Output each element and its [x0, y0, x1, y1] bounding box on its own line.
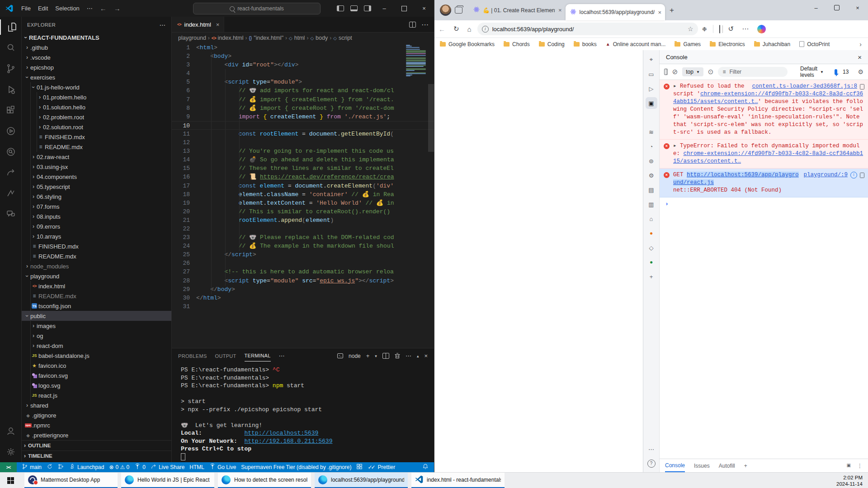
- browser-tab-2[interactable]: localhost:5639/app/playground/×: [566, 4, 665, 20]
- tree-root[interactable]: › REACT-FUNDAMENTALS: [22, 33, 171, 42]
- remote-indicator[interactable]: ><: [0, 462, 17, 472]
- panel-tab-output[interactable]: OUTPUT: [215, 351, 236, 361]
- supermaven-icon[interactable]: [0, 183, 22, 204]
- help-icon[interactable]: ?: [646, 458, 657, 469]
- copilot-icon[interactable]: [757, 25, 766, 33]
- tree-item-02.solution.root[interactable]: ›02.solution.root: [22, 122, 171, 132]
- source-link[interactable]: playground/:9: [803, 171, 848, 179]
- tree-item-finished.mdx[interactable]: ≡FINISHED.mdx: [22, 241, 171, 251]
- clear-console-icon[interactable]: ⊘: [672, 68, 678, 76]
- tree-item-09.errors[interactable]: ›09.errors: [22, 221, 171, 231]
- tree-item-favicon.ico[interactable]: ★favicon.ico: [22, 361, 171, 371]
- maximize-button[interactable]: [394, 0, 414, 17]
- layers-icon[interactable]: ▥: [646, 198, 657, 210]
- console-filter-input[interactable]: ≡ Filter: [718, 67, 788, 77]
- testing-icon[interactable]: [0, 121, 22, 141]
- site-info-icon[interactable]: i: [482, 26, 489, 33]
- welcome-icon[interactable]: ▷: [646, 83, 657, 94]
- live-expression-icon[interactable]: ⊙: [708, 68, 714, 76]
- status-grid[interactable]: [356, 463, 363, 471]
- bookmark-games[interactable]: Games: [675, 41, 701, 47]
- tree-item-06.styling[interactable]: ›06.styling: [22, 192, 171, 202]
- explorer-icon[interactable]: [0, 17, 22, 38]
- status-sync[interactable]: [47, 463, 53, 471]
- toolbar-more-icon[interactable]: ⋯: [742, 25, 749, 33]
- tree-item-readme.mdx[interactable]: ≡README.mdx: [22, 142, 171, 152]
- panel-views-more-icon[interactable]: ⋯: [406, 352, 411, 359]
- settings-icon[interactable]: ⚙: [646, 169, 657, 181]
- source-control-icon[interactable]: [0, 58, 22, 79]
- toggle-secondary-sidebar-icon[interactable]: [364, 5, 371, 11]
- account-icon[interactable]: [0, 421, 22, 441]
- tab-close-icon[interactable]: ×: [658, 9, 661, 16]
- console-settings-icon[interactable]: ⚙: [858, 68, 863, 75]
- tree-item-shared[interactable]: ›shared: [22, 400, 171, 410]
- tree-item-tsconfig.json[interactable]: TStsconfig.json: [22, 301, 171, 311]
- context-selector[interactable]: top ▼: [682, 67, 703, 76]
- page-viewport[interactable]: [434, 50, 643, 472]
- drawer-tab-issues[interactable]: Issues: [694, 460, 710, 472]
- home-icon[interactable]: ⌂: [467, 25, 472, 33]
- status-prettier[interactable]: ✓✓Prettier: [368, 464, 395, 470]
- profile-avatar[interactable]: [440, 5, 451, 16]
- tree-item-.vscode[interactable]: ›.vscode: [22, 52, 171, 62]
- tree-item-.prettierignore[interactable]: ◆.prettierignore: [22, 430, 171, 440]
- kill-terminal-icon[interactable]: [395, 353, 400, 359]
- tree-item-07.forms[interactable]: ›07.forms: [22, 202, 171, 211]
- menu-⋯[interactable]: ⋯: [83, 3, 96, 14]
- status-graph[interactable]: [58, 463, 64, 471]
- nav-back-icon[interactable]: ←: [96, 5, 110, 12]
- drawer-tab-console[interactable]: Console: [665, 460, 685, 472]
- nav-forward-icon[interactable]: →: [110, 5, 124, 12]
- open-in-network-icon[interactable]: ↕: [850, 172, 857, 178]
- minimap[interactable]: [406, 45, 427, 78]
- split-editor-icon[interactable]: [409, 22, 416, 28]
- add-panel-icon[interactable]: +: [646, 271, 657, 282]
- tree-item-.npmrc[interactable]: npm.npmrc: [22, 420, 171, 430]
- storage-icon[interactable]: ▤: [646, 184, 657, 196]
- toggle-panel-icon[interactable]: [350, 5, 358, 11]
- status-0[interactable]: ⊗0 ⚠ 0: [109, 464, 129, 470]
- minimize-button[interactable]: –: [374, 0, 394, 17]
- code-editor[interactable]: 1<html>2 <body>3 <div id="root"></div>45…: [172, 43, 434, 348]
- search-icon[interactable]: [0, 38, 22, 58]
- taskbar-button-2[interactable]: Hello World in JS | Epic React by K...: [121, 473, 214, 488]
- elements-icon[interactable]: [646, 112, 657, 123]
- explorer-more-icon[interactable]: ⋯: [160, 21, 166, 28]
- extensions-icon[interactable]: [0, 100, 22, 121]
- tree-item-playground[interactable]: ›playground: [22, 271, 171, 281]
- network-icon[interactable]: ≋: [646, 126, 657, 138]
- tree-item-index.html[interactable]: <>index.html: [22, 281, 171, 291]
- tab-close-icon[interactable]: ×: [216, 21, 220, 28]
- browser-maximize-button[interactable]: [826, 0, 847, 15]
- tree-item-01.solution.hello[interactable]: ›01.solution.hello: [22, 102, 171, 112]
- live-share-icon[interactable]: [0, 162, 22, 183]
- tree-item-02.raw-react[interactable]: ›02.raw-react: [22, 152, 171, 162]
- maximize-panel-icon[interactable]: ▴: [417, 354, 419, 358]
- drawer-more-icon[interactable]: ⋮: [857, 463, 863, 469]
- tree-item-favicon.svg[interactable]: favicon.svg: [22, 371, 171, 380]
- menu-file[interactable]: File: [18, 3, 34, 14]
- tree-item-.gitignore[interactable]: ◆.gitignore: [22, 410, 171, 420]
- status-bell[interactable]: [422, 463, 429, 471]
- breadcrumb-body[interactable]: ◇body: [310, 35, 328, 41]
- console-message-1[interactable]: ×content.ts-loader-3ed3668f.js:8▸ Refuse…: [660, 80, 868, 140]
- new-terminal-icon[interactable]: +: [366, 352, 370, 359]
- browser-minimize-button[interactable]: –: [806, 0, 826, 15]
- status-supermaven[interactable]: Supermaven Free Tier (disabled by .gitig…: [241, 464, 351, 470]
- bookmark-books[interactable]: books: [574, 41, 597, 47]
- tree-item-epicshop[interactable]: ›epicshop: [22, 62, 171, 72]
- bookmark-online-account-man---[interactable]: ▲Online account man...: [606, 41, 666, 47]
- console-message-3[interactable]: ×playground/:9↕GET http://localhost:5639…: [660, 169, 868, 197]
- tree-item-nodemodules[interactable]: ›node_modules: [22, 261, 171, 271]
- tree-item-babel-standalone.js[interactable]: JSbabel-standalone.js: [22, 351, 171, 361]
- editor-scrollbar[interactable]: [428, 84, 434, 152]
- browser-tab-1[interactable]: 💪 | 01. Create React Elements | 0×: [469, 3, 566, 18]
- close-button[interactable]: ×: [414, 0, 434, 17]
- tree-item-readme.mdx[interactable]: ≡README.mdx: [22, 291, 171, 301]
- bookmark-juhachiban[interactable]: Juhachiban: [754, 41, 790, 47]
- tree-item-public[interactable]: ›public: [22, 311, 171, 321]
- home-icon[interactable]: ⌂: [646, 213, 657, 225]
- status-0[interactable]: 0: [134, 463, 146, 471]
- split-terminal-icon[interactable]: [382, 353, 389, 359]
